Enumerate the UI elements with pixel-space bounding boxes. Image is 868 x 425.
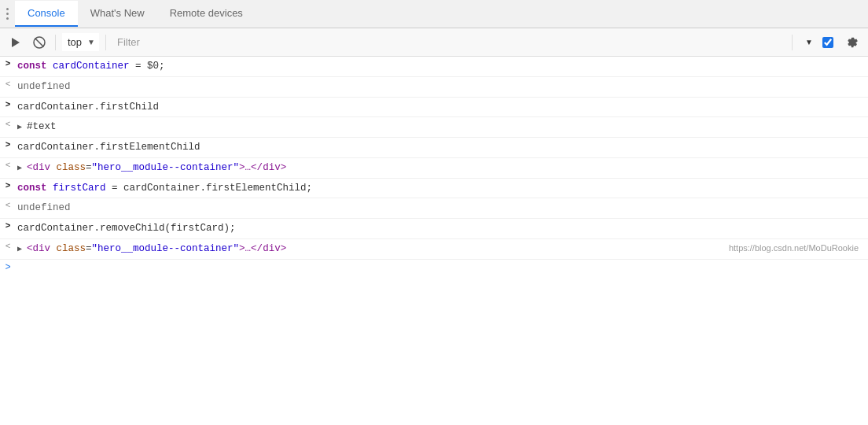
row-content: undefined <box>16 79 868 95</box>
code-token: = cardContainer.firstElementChild; <box>106 183 313 194</box>
code-token: cardContainer.firstElementChild <box>17 142 200 153</box>
expand-triangle-icon[interactable]: ▶ <box>17 121 25 129</box>
row-content: const cardContainer = $0; <box>16 58 868 75</box>
context-select[interactable]: top <box>63 34 98 50</box>
prompt-icon: > <box>0 262 16 273</box>
input-arrow-icon: > <box>0 180 16 190</box>
toolbar: top ▼ ▼ <box>0 28 868 57</box>
group-similar-checkbox[interactable] <box>822 37 833 48</box>
svg-line-2 <box>35 38 44 46</box>
row-content: cardContainer.firstElementChild <box>16 139 868 156</box>
row-content: const firstCard = cardContainer.firstEle… <box>16 180 868 197</box>
code-token: div <box>33 162 51 173</box>
console-row: <▶#text <box>0 117 868 138</box>
clear-button[interactable] <box>30 33 49 52</box>
code-token: div <box>33 243 51 254</box>
execute-button[interactable] <box>6 33 25 52</box>
console-row: >const firstCard = cardContainer.firstEl… <box>0 179 868 199</box>
console-row: <▶<div class="hero__module--container">…… <box>0 158 868 179</box>
expand-triangle-icon[interactable]: ▶ <box>17 162 25 170</box>
input-arrow-icon: > <box>0 58 16 68</box>
dropdown-arrow-icon: ▼ <box>805 38 813 46</box>
code-token: undefined <box>17 202 71 213</box>
row-content: ▶<div class="hero__module--container">…<… <box>16 160 868 176</box>
filter-input[interactable] <box>112 34 787 50</box>
tab-bar: Console What's New Remote devices <box>0 0 868 28</box>
console-row: >cardContainer.removeChild(firstCard); <box>0 219 868 239</box>
code-token: "hero__module--container" <box>92 162 240 173</box>
code-token: = <box>86 243 92 254</box>
console-row: >cardContainer.firstChild <box>0 98 868 118</box>
code-token: > <box>281 243 287 254</box>
input-arrow-icon: > <box>0 139 16 150</box>
code-token: cardContainer.removeChild(firstCard); <box>17 223 236 234</box>
drag-handle[interactable] <box>6 8 9 20</box>
code-token: = $0; <box>130 61 165 72</box>
code-token: cardContainer.firstChild <box>17 102 159 113</box>
console-output: >const cardContainer = $0;<undefined>car… <box>0 57 868 425</box>
row-content: https://blog.csdn.net/MoDuRookie▶<div cl… <box>16 241 868 257</box>
code-token: >…</ <box>239 243 263 254</box>
code-token: < <box>27 162 33 173</box>
source-url: https://blog.csdn.net/MoDuRookie <box>729 242 865 255</box>
code-token: = <box>86 162 92 173</box>
code-token: const <box>17 61 53 72</box>
output-arrow-icon: < <box>0 200 16 210</box>
code-token: undefined <box>17 81 71 92</box>
output-arrow-icon: < <box>0 119 16 129</box>
console-row: <https://blog.csdn.net/MoDuRookie▶<div c… <box>0 239 868 260</box>
code-token: > <box>281 162 287 173</box>
svg-marker-0 <box>12 38 20 47</box>
prompt-row: > <box>0 260 868 275</box>
output-arrow-icon: < <box>0 79 16 89</box>
code-token: #text <box>27 121 57 132</box>
separator-3 <box>792 35 793 50</box>
context-selector-wrapper[interactable]: top ▼ <box>62 33 99 51</box>
code-token: cardContainer <box>53 61 130 72</box>
separator-2 <box>105 35 106 50</box>
tab-console[interactable]: Console <box>15 1 78 27</box>
row-content: undefined <box>16 200 868 216</box>
code-token <box>50 162 57 173</box>
code-token: "hero__module--container" <box>92 243 240 254</box>
output-arrow-icon: < <box>0 241 16 251</box>
input-arrow-icon: > <box>0 220 16 231</box>
close-button[interactable] <box>849 11 862 17</box>
code-token: firstCard <box>53 183 106 194</box>
group-similar-checkbox-wrapper[interactable] <box>822 37 838 48</box>
row-content: cardContainer.firstChild <box>16 99 868 116</box>
code-token: const <box>17 183 53 194</box>
default-levels-button[interactable]: ▼ <box>797 35 818 49</box>
settings-button[interactable] <box>843 33 862 52</box>
console-row: >const cardContainer = $0; <box>0 57 868 77</box>
console-input[interactable] <box>16 262 868 273</box>
separator-1 <box>55 35 56 50</box>
output-arrow-icon: < <box>0 160 16 170</box>
console-row: <undefined <box>0 77 868 98</box>
row-content: ▶#text <box>16 119 868 135</box>
code-token: class <box>57 162 86 173</box>
code-token: >…</ <box>239 162 263 173</box>
code-token: div <box>263 243 281 254</box>
console-row: <undefined <box>0 198 868 219</box>
console-row: >cardContainer.firstElementChild <box>0 138 868 158</box>
code-token <box>50 243 57 254</box>
expand-triangle-icon[interactable]: ▶ <box>17 243 25 251</box>
input-arrow-icon: > <box>0 99 16 109</box>
tab-remote-devices[interactable]: Remote devices <box>157 1 256 27</box>
code-token: < <box>27 243 33 254</box>
code-token: class <box>57 243 86 254</box>
row-content: cardContainer.removeChild(firstCard); <box>16 220 868 237</box>
code-token: div <box>263 162 281 173</box>
tab-whats-new[interactable]: What's New <box>78 1 157 27</box>
